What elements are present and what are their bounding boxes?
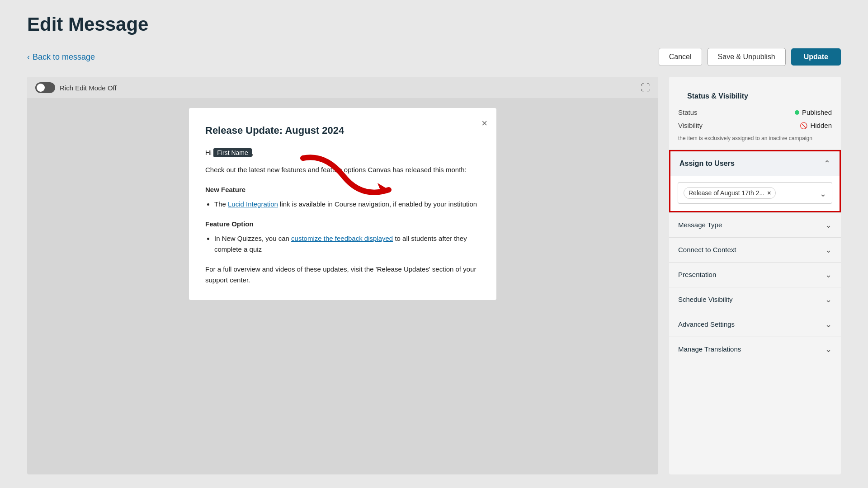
visibility-text: Hidden [810, 122, 832, 129]
status-visibility-section: Status & Visibility Status Published Vis… [669, 77, 841, 150]
chevron-left-icon: ‹ [27, 52, 30, 62]
assign-tag-input[interactable]: Release of August 17th 2... × ⌄ [678, 182, 832, 204]
presentation-section: Presentation ⌄ [669, 262, 841, 287]
lucid-integration-link[interactable]: Lucid Integration [228, 200, 278, 208]
first-name-badge: First Name [213, 148, 251, 157]
editor-area: Rich Edit Mode Off ⛶ × Release Update: A… [27, 77, 658, 474]
assign-chevron-up-icon: ⌃ [824, 159, 830, 169]
message-intro: Check out the latest new features and fe… [205, 164, 480, 175]
connect-to-context-label: Connect to Context [678, 246, 736, 253]
message-close-button[interactable]: × [481, 115, 487, 131]
section1-heading: New Feature [205, 184, 480, 195]
action-buttons: Cancel Save & Unpublish Update [659, 48, 841, 66]
presentation-header[interactable]: Presentation ⌄ [669, 263, 841, 287]
advanced-settings-chevron-icon: ⌄ [825, 319, 832, 329]
page-title: Edit Message [27, 14, 841, 35]
message-type-section: Message Type ⌄ [669, 212, 841, 237]
tag-dropdown-chevron[interactable]: ⌄ [820, 189, 826, 199]
schedule-visibility-header[interactable]: Schedule Visibility ⌄ [669, 287, 841, 312]
visibility-label: Visibility [678, 122, 703, 129]
presentation-chevron-icon: ⌄ [825, 270, 832, 280]
tag-remove-button[interactable]: × [767, 189, 771, 197]
main-content: Rich Edit Mode Off ⛶ × Release Update: A… [27, 77, 841, 474]
hidden-icon: 🚫 [800, 122, 807, 129]
rich-edit-toggle: Rich Edit Mode Off [35, 82, 117, 93]
assign-to-users-label: Assign to Users [679, 160, 735, 168]
rich-edit-toggle-switch[interactable] [35, 82, 55, 93]
message-preview: × Release Update: August 2024 Hi First N… [189, 108, 496, 300]
rich-edit-label: Rich Edit Mode Off [60, 84, 117, 92]
manage-translations-section: Manage Translations ⌄ [669, 337, 841, 361]
save-unpublish-button[interactable]: Save & Unpublish [708, 48, 786, 66]
connect-to-context-section: Connect to Context ⌄ [669, 237, 841, 262]
list-item: The Lucid Integration link is available … [214, 199, 480, 210]
connect-to-context-chevron-icon: ⌄ [825, 245, 832, 255]
schedule-visibility-section: Schedule Visibility ⌄ [669, 287, 841, 312]
section1-list: The Lucid Integration link is available … [214, 199, 480, 210]
section2-heading: Feature Option [205, 219, 480, 230]
message-type-header[interactable]: Message Type ⌄ [669, 213, 841, 237]
assign-to-users-section: Assign to Users ⌃ Release of August 17th… [669, 150, 841, 212]
status-text: Published [802, 108, 832, 116]
message-type-label: Message Type [678, 221, 722, 229]
visibility-row: Visibility 🚫 Hidden [678, 122, 832, 129]
assign-tag: Release of August 17th 2... × [684, 187, 776, 199]
connect-to-context-header[interactable]: Connect to Context ⌄ [669, 238, 841, 262]
advanced-settings-label: Advanced Settings [678, 320, 735, 328]
manage-translations-label: Manage Translations [678, 345, 741, 353]
update-button[interactable]: Update [791, 48, 841, 66]
expand-icon[interactable]: ⛶ [641, 83, 650, 93]
status-label: Status [678, 108, 698, 116]
message-greeting: Hi First Name, [205, 147, 480, 158]
presentation-label: Presentation [678, 271, 716, 278]
greeting-prefix: Hi [205, 149, 212, 156]
status-visibility-header: Status & Visibility [678, 84, 832, 108]
back-to-message-link[interactable]: ‹ Back to message [27, 52, 95, 62]
advanced-settings-header[interactable]: Advanced Settings ⌄ [669, 312, 841, 337]
manage-translations-chevron-icon: ⌄ [825, 344, 832, 354]
section2-list: In New Quizzes, you can customize the fe… [214, 233, 480, 255]
customize-feedback-link[interactable]: customize the feedback displayed [291, 235, 393, 242]
page-wrapper: Edit Message ‹ Back to message Cancel Sa… [0, 0, 868, 488]
message-title: Release Update: August 2024 [205, 122, 480, 138]
list-item: In New Quizzes, you can customize the fe… [214, 233, 480, 255]
sidebar: Status & Visibility Status Published Vis… [669, 77, 841, 474]
assign-to-users-header[interactable]: Assign to Users ⌃ [670, 151, 840, 176]
visibility-value: 🚫 Hidden [800, 122, 832, 129]
rich-edit-bar: Rich Edit Mode Off ⛶ [27, 77, 658, 99]
top-bar: ‹ Back to message Cancel Save & Unpublis… [27, 48, 841, 66]
tag-label: Release of August 17th 2... [689, 189, 764, 197]
back-link-label: Back to message [33, 52, 95, 62]
cancel-button[interactable]: Cancel [659, 48, 702, 66]
message-footer: For a full overview and videos of these … [205, 264, 480, 286]
assign-to-users-body: Release of August 17th 2... × ⌄ [670, 176, 840, 211]
manage-translations-header[interactable]: Manage Translations ⌄ [669, 337, 841, 361]
published-dot [795, 110, 799, 115]
status-row: Status Published [678, 108, 832, 116]
status-value: Published [795, 108, 832, 116]
schedule-visibility-label: Schedule Visibility [678, 296, 733, 303]
message-type-chevron-icon: ⌄ [825, 220, 832, 230]
advanced-settings-section: Advanced Settings ⌄ [669, 312, 841, 337]
hidden-note: the item is exclusively assigned to an i… [678, 135, 832, 142]
schedule-visibility-chevron-icon: ⌄ [825, 295, 832, 305]
